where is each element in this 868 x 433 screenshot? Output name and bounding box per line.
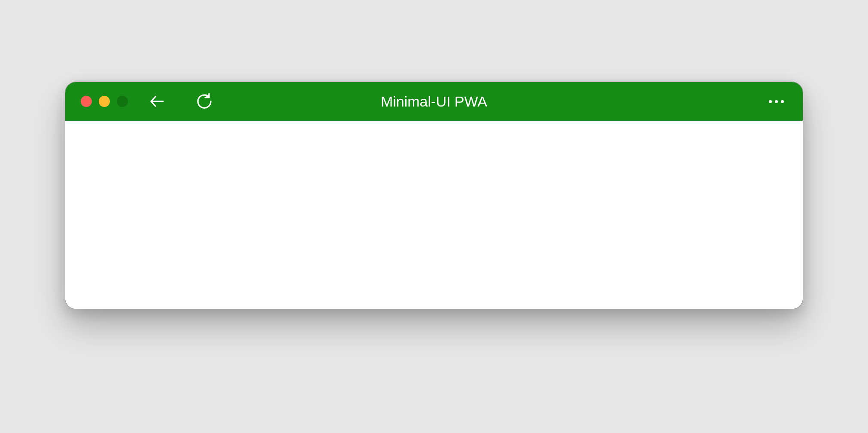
more-icon (769, 100, 772, 103)
content-area (65, 121, 803, 309)
titlebar: Minimal-UI PWA (65, 82, 803, 121)
window-controls (81, 96, 128, 107)
titlebar-actions (765, 97, 787, 107)
close-button[interactable] (81, 96, 92, 107)
more-icon (781, 100, 784, 103)
maximize-button[interactable] (117, 96, 128, 107)
more-icon (775, 100, 778, 103)
nav-controls (149, 93, 213, 110)
minimize-button[interactable] (99, 96, 110, 107)
reload-icon (196, 93, 213, 110)
back-button[interactable] (149, 93, 166, 110)
more-button[interactable] (765, 97, 787, 107)
app-window: Minimal-UI PWA (65, 82, 803, 309)
window-title: Minimal-UI PWA (381, 93, 487, 110)
reload-button[interactable] (196, 93, 213, 110)
arrow-left-icon (149, 93, 166, 110)
